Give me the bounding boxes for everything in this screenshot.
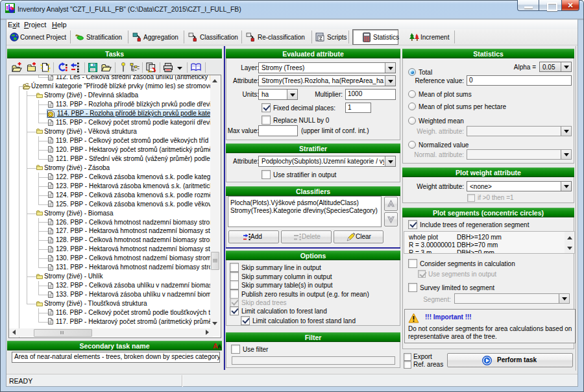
- svg-text:A: A: [217, 343, 222, 350]
